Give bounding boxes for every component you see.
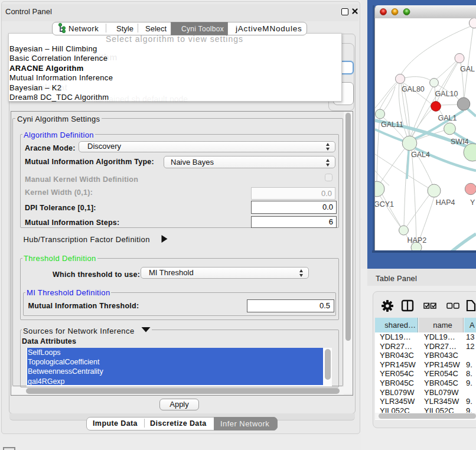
svg-text:GAL1: GAL1 bbox=[438, 114, 457, 122]
svg-text:GAL10: GAL10 bbox=[435, 90, 458, 98]
svg-text:Y: Y bbox=[470, 198, 475, 207]
svg-text:HAP4: HAP4 bbox=[436, 198, 455, 207]
svg-text:GAL: GAL bbox=[460, 65, 475, 73]
svg-text:GAL80: GAL80 bbox=[402, 85, 425, 93]
svg-text:GAL4: GAL4 bbox=[411, 151, 430, 159]
svg-text:SWI4: SWI4 bbox=[451, 138, 469, 146]
svg-text:GCY1: GCY1 bbox=[375, 200, 394, 208]
svg-text:HAP2: HAP2 bbox=[407, 236, 427, 244]
svg-text:GAL11: GAL11 bbox=[381, 120, 403, 129]
